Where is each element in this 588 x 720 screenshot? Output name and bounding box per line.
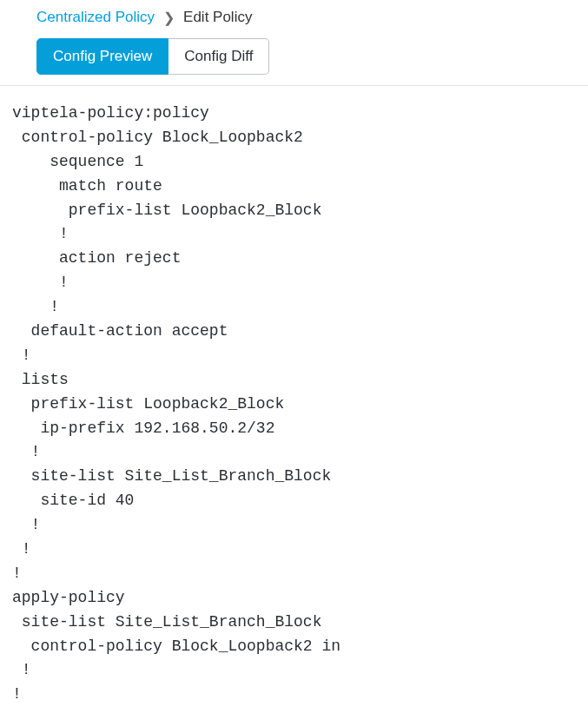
- header-area: Centralized Policy ❯ Edit Policy Config …: [0, 0, 588, 75]
- chevron-right-icon: ❯: [163, 10, 175, 26]
- breadcrumb: Centralized Policy ❯ Edit Policy: [0, 9, 588, 26]
- config-preview-content: viptela-policy:policy control-policy Blo…: [0, 86, 588, 720]
- breadcrumb-current: Edit Policy: [183, 9, 252, 26]
- tabs: Config Preview Config Diff: [0, 38, 588, 75]
- tab-config-diff[interactable]: Config Diff: [168, 38, 269, 75]
- breadcrumb-link-centralized-policy[interactable]: Centralized Policy: [36, 9, 155, 26]
- tab-config-preview[interactable]: Config Preview: [36, 38, 168, 75]
